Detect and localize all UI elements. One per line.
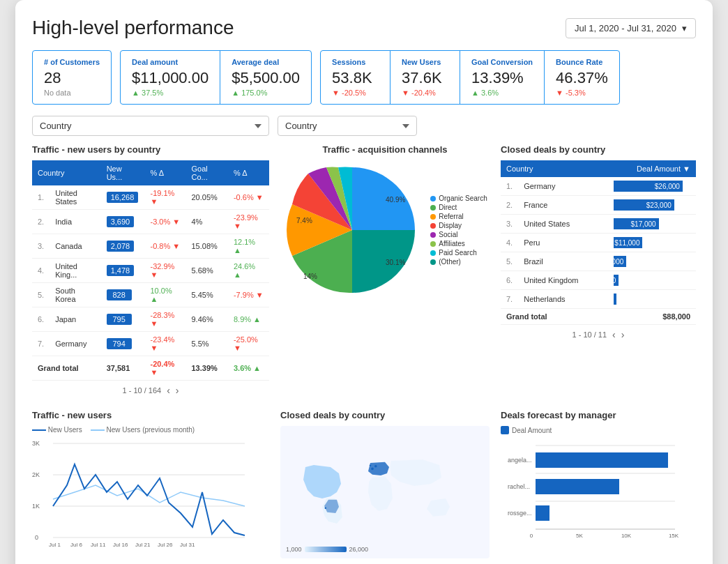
prev-month-line — [53, 485, 245, 506]
traffic-pagination: 1 - 10 / 164 ‹ › — [32, 385, 269, 396]
legend-label-organic: Organic Search — [439, 195, 487, 202]
bar-label-angela: angela... — [508, 457, 532, 464]
traffic-footer-label: Grand total — [32, 356, 101, 381]
table-row: 2. India 3,690 -3.0% ▼ 4% -23.9% ▼ — [32, 210, 269, 234]
pie-label-other: 30.1% — [386, 259, 405, 266]
metric-change-avg-deal: ▲ 175.0% — [232, 89, 300, 97]
table-row: 4. United King... 1,478 -32.9% ▼ 5.68% 2… — [32, 259, 269, 283]
table-row: 6. Japan 795 -28.3% ▼ 9.46% 8.9% ▲ — [32, 307, 269, 332]
th-goal-conv: Goal Co... — [185, 160, 227, 185]
traffic-pagination-label: 1 - 10 / 164 — [123, 386, 162, 395]
legend-dot-display — [430, 223, 436, 229]
map-dot-france — [371, 468, 374, 471]
metric-card-new-users: New Users 37.6K ▼ -20.4% — [390, 51, 460, 104]
bar-legend-dot — [501, 426, 509, 434]
metric-change-bounce-rate: ▼ -5.3% — [556, 89, 608, 97]
closed-deals-table: Country Deal Amount ▼ 1. Germany $26,000… — [501, 160, 696, 325]
pie-label-referral: 7.4% — [296, 217, 312, 224]
bottom-grid: Traffic - new users New Users New Users … — [32, 410, 696, 558]
legend-dot-other — [430, 259, 436, 265]
svg-text:Jul 6: Jul 6 — [70, 542, 82, 548]
bar-rachel — [536, 479, 619, 494]
date-range-label: Jul 1, 2020 - Jul 31, 2020 — [575, 23, 676, 33]
line-chart-legend: New Users New Users (previous month) — [32, 426, 269, 434]
traffic-next-button[interactable]: › — [176, 385, 179, 396]
x-axis-15k: 15K — [669, 533, 679, 539]
closed-deals-prev-button[interactable]: ‹ — [612, 329, 616, 340]
svg-text:0: 0 — [35, 534, 38, 541]
svg-text:Jul 31: Jul 31 — [180, 542, 195, 548]
metric-label-avg-deal: Average deal — [232, 58, 300, 66]
map-north-america — [303, 465, 341, 498]
metric-value-customers: 28 — [44, 69, 100, 87]
bar-chart-section: Deals forecast by manager Deal Amount an… — [501, 410, 696, 558]
closed-deals-footer-amount: $88,000 — [608, 309, 697, 325]
metric-card-avg-deal: Average deal $5,500.00 ▲ 175.0% — [220, 51, 311, 104]
table-row: 1. United States 16,268 -19.1% ▼ 20.05% … — [32, 185, 269, 210]
date-picker[interactable]: Jul 1, 2020 - Jul 31, 2020 ▾ — [566, 18, 696, 38]
metric-value-goal-conv: 13.39% — [471, 69, 533, 87]
table-row: 5. Brazil $5,000 — [501, 252, 696, 271]
pie-segment-organic — [352, 167, 415, 230]
map-asia — [390, 459, 441, 486]
metric-label-bounce-rate: Bounce Rate — [556, 58, 608, 66]
th-pct-delta: % Δ — [144, 160, 185, 185]
legend-label-referral: Referral — [439, 213, 464, 220]
filter-country-1[interactable]: Country — [32, 116, 269, 136]
bar-label-rossge: rossge... — [508, 510, 532, 517]
th-closed-country: Country — [501, 160, 608, 177]
map-dot-uk — [370, 464, 371, 466]
th-country: Country — [32, 160, 101, 185]
pie-segment-other — [352, 230, 415, 293]
traffic-footer-pct-delta: -20.4% ▼ — [144, 356, 185, 381]
metric-label-customers: # of Customers — [44, 58, 100, 66]
x-axis-0: 0 — [530, 533, 533, 539]
pie-label-organic: 40.9% — [386, 196, 405, 204]
filters-row: Country Country — [32, 116, 696, 136]
traffic-table-title: Traffic - new users by country — [32, 144, 269, 155]
legend-new-users: New Users — [32, 426, 82, 434]
chevron-down-icon: ▾ — [682, 23, 687, 33]
filter-country-2[interactable]: Country — [278, 116, 417, 136]
world-map-svg — [280, 426, 490, 558]
legend-dot-direct — [430, 205, 436, 211]
table-row: 1. Germany $26,000 — [501, 177, 696, 196]
table-row: 6. United Kingdom $2,000 — [501, 271, 696, 290]
metric-change-sessions: ▼ -20.5% — [332, 89, 379, 97]
legend-label-affiliates: Affiliates — [439, 240, 465, 247]
metric-value-deal-amount: $11,000.00 — [132, 69, 208, 87]
closed-deals-next-button[interactable]: › — [621, 329, 625, 340]
metric-card-goal-conv: Goal Conversion 13.39% ▲ 3.6% — [460, 51, 545, 104]
th-new-users: New Us... — [101, 160, 145, 185]
th-goal-delta: % Δ — [228, 160, 269, 185]
legend-label-direct: Direct — [439, 204, 457, 211]
legend-label-display: Display — [439, 222, 462, 229]
map-legend-min: 1,000 — [286, 546, 302, 553]
traffic-footer-goal-conv: 13.39% — [185, 356, 227, 381]
metric-label-goal-conv: Goal Conversion — [471, 58, 533, 66]
closed-deals-pagination-label: 1 - 10 / 11 — [572, 330, 607, 339]
metric-card-deal-amount: Deal amount $11,000.00 ▲ 37.5% — [121, 51, 220, 104]
x-axis-10k: 10K — [621, 533, 632, 539]
metric-group-web: Sessions 53.8K ▼ -20.5% New Users 37.6K … — [320, 50, 620, 105]
map-legend-max: 26,000 — [349, 546, 369, 553]
pie-chart-section: Traffic - acquisition channels — [280, 144, 490, 396]
traffic-prev-button[interactable]: ‹ — [167, 385, 170, 396]
legend-dot-paid-search — [430, 250, 436, 256]
metric-value-bounce-rate: 46.37% — [556, 69, 608, 87]
map-legend-gradient — [305, 547, 347, 552]
header: High-level performance Jul 1, 2020 - Jul… — [32, 17, 696, 39]
traffic-table-section: Traffic - new users by country Country N… — [32, 144, 269, 396]
metric-value-sessions: 53.8K — [332, 69, 379, 87]
table-row: 2. France $23,000 — [501, 196, 696, 215]
legend-item-direct: Direct — [430, 204, 487, 211]
closed-deals-footer-label: Grand total — [501, 309, 608, 325]
table-row: 7. Germany 794 -23.4% ▼ 5.5% -25.0% ▼ — [32, 332, 269, 356]
svg-text:2K: 2K — [32, 471, 40, 478]
legend-item-referral: Referral — [430, 213, 487, 220]
svg-text:Jul 1: Jul 1 — [49, 542, 61, 548]
pie-label-direct: 14% — [303, 273, 317, 280]
pie-chart-title: Traffic - acquisition channels — [322, 144, 447, 155]
metric-label-deal-amount: Deal amount — [132, 58, 208, 66]
metric-change-goal-conv: ▲ 3.6% — [471, 89, 533, 97]
